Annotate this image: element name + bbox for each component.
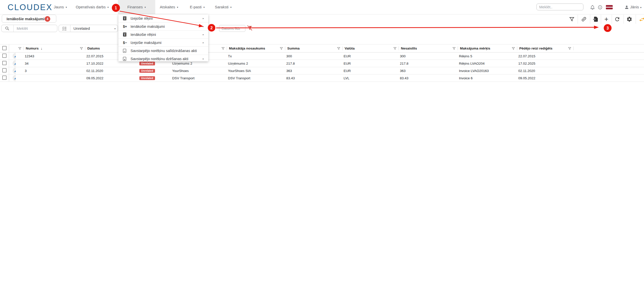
- clear-filter-icon[interactable]: [246, 25, 253, 31]
- column-header-merkis[interactable]: Maksājuma mērķis: [450, 44, 509, 53]
- global-search-input[interactable]: [536, 4, 583, 10]
- status-badge: Unrelated: [139, 69, 155, 73]
- settings-gear-icon[interactable]: [626, 16, 632, 22]
- chevron-down-icon: ▾: [230, 0, 231, 14]
- link-icon[interactable]: [581, 16, 587, 22]
- nav-item-finanses[interactable]: Finanses▾: [118, 0, 155, 14]
- dollar-plus-icon: $+: [123, 24, 131, 29]
- latvian-flag-icon[interactable]: [606, 5, 613, 9]
- tab-label: Ienākošie maksājumi: [7, 17, 44, 21]
- document-x-icon: [123, 57, 131, 61]
- person-icon: [624, 5, 629, 10]
- submenu-arrow-icon: ▸: [203, 41, 208, 44]
- top-navbar: CLOUDEX Jauns▾ Operatīvais darbs▾ Finans…: [0, 0, 644, 14]
- row-checkbox[interactable]: [2, 61, 7, 65]
- svg-text:$: $: [124, 17, 125, 20]
- table-row[interactable]: 3 02.11.2020 Unrelated YourShoes YourSho…: [0, 67, 644, 75]
- column-filter-icon[interactable]: [337, 47, 340, 50]
- edit-pencil-icon[interactable]: [13, 60, 16, 67]
- tab-count-badge: 4: [45, 16, 50, 22]
- annotation-step-number: 2: [211, 26, 213, 30]
- column-header-nesaistits[interactable]: Nesaistīts: [391, 44, 450, 53]
- column-header-valuta[interactable]: Valūta: [334, 44, 391, 53]
- search-icon: [5, 26, 10, 31]
- row-checkbox[interactable]: [2, 54, 7, 58]
- date-to-input[interactable]: [219, 25, 245, 32]
- column-header-numurs[interactable]: Numurs↓: [16, 44, 77, 53]
- status-badge: Unrelated: [139, 76, 155, 80]
- edit-pencil-icon[interactable]: [13, 53, 16, 59]
- add-icon[interactable]: +: [603, 16, 609, 22]
- divider: [13, 25, 14, 32]
- export-document-icon[interactable]: [593, 16, 599, 22]
- column-filter-icon[interactable]: [512, 47, 515, 50]
- date-to-filter[interactable]: [219, 25, 245, 32]
- table-row[interactable]: 12343 22.07.2015 Tx 300 EUR 300 Rēķins 5…: [0, 53, 644, 60]
- chevron-down-icon: ▾: [107, 0, 109, 14]
- annotation-step-circle: [208, 24, 215, 32]
- annotation-step-number: 3: [607, 26, 609, 30]
- app-window: CLOUDEX Jauns▾ Operatīvais darbs▾ Finans…: [0, 0, 644, 296]
- edit-column-header: [9, 44, 16, 53]
- chevron-down-icon: ▾: [66, 0, 67, 14]
- menu-item-izejosie-maksajumi[interactable]: $− Izejošie maksājumi ▸: [118, 38, 208, 46]
- bell-icon[interactable]: [590, 5, 595, 10]
- submenu-arrow-icon: ▸: [203, 17, 208, 20]
- tab-ienakosie-maksajumi[interactable]: Ienākošie maksājumi 4: [2, 15, 56, 23]
- nav-item-atskaites[interactable]: Atskaites▾: [160, 0, 178, 14]
- chevron-down-icon: ▾: [114, 27, 116, 30]
- menu-item-ienakosie-maksajumi[interactable]: $+ Ienākošie maksājumi ▸: [118, 22, 208, 30]
- info-icon[interactable]: [598, 5, 603, 10]
- table-header-row: Numurs↓ Datums Maksātāja nosaukums Summa…: [0, 44, 644, 53]
- table-row[interactable]: 34 17.10.2022 Unrelated Uzņemums 2 Uzņēm…: [0, 60, 644, 67]
- divider: [578, 15, 578, 24]
- divider: [70, 25, 70, 32]
- column-filter-icon[interactable]: [280, 47, 283, 50]
- row-checkbox[interactable]: [2, 76, 7, 80]
- transfer-icon[interactable]: [639, 16, 644, 22]
- column-header-summa[interactable]: Summa: [277, 44, 334, 53]
- edit-pencil-icon[interactable]: [13, 67, 16, 74]
- invoice-icon: $: [123, 16, 131, 20]
- relation-filter-select[interactable]: Unrelated ▾: [59, 25, 118, 32]
- column-header-redigets[interactable]: Pēdējo reizi rediģēts: [509, 44, 565, 53]
- table-row[interactable]: 09.05.2022 Unrelated DSV Transport DSV T…: [0, 75, 644, 82]
- nav-item-saraksti[interactable]: Saraksti▾: [215, 0, 231, 14]
- nav-item-jauns[interactable]: Jauns▾: [54, 0, 67, 14]
- column-filter-icon[interactable]: [568, 47, 571, 50]
- edit-pencil-icon[interactable]: [13, 75, 16, 81]
- divider: [590, 15, 590, 24]
- column-filter-icon[interactable]: [18, 47, 21, 50]
- menu-item-izejosie-rekini[interactable]: $ Izejošie rēķini ▸: [118, 14, 208, 22]
- column-filter-icon[interactable]: [80, 47, 83, 50]
- menu-item-salidzinasanas-akti[interactable]: Savstarpējo norēķinu salīdzināšanas akti: [118, 46, 208, 55]
- row-checkbox[interactable]: [2, 68, 7, 72]
- table-search-group: [1, 25, 57, 32]
- table-search-input[interactable]: [16, 26, 57, 31]
- chevron-down-icon: ▾: [177, 0, 178, 14]
- nav-item-epasti[interactable]: E-pasti▾: [190, 0, 205, 14]
- column-filter-icon[interactable]: [221, 47, 225, 50]
- filter-icon[interactable]: [569, 16, 575, 22]
- annotation-step-circle: [604, 24, 612, 32]
- menu-item-dzesanas-akti[interactable]: Savstarpējo norēķinu dzēšanas akti ▸: [118, 55, 208, 63]
- divider: [624, 15, 624, 24]
- dollar-minus-icon: $−: [123, 41, 131, 45]
- user-name: Jānis: [630, 5, 639, 9]
- divider: [601, 15, 601, 24]
- column-header-maksataja[interactable]: Maksātāja nosaukums: [219, 44, 277, 53]
- submenu-arrow-icon: ▸: [203, 25, 208, 28]
- refresh-icon[interactable]: [614, 16, 620, 22]
- chevron-down-icon: ▾: [144, 0, 146, 14]
- menu-item-ienakosie-rekini[interactable]: $ Ienākošie rēķini ▸: [118, 30, 208, 38]
- cloudex-logo[interactable]: CLOUDEX: [8, 2, 53, 12]
- column-filter-icon[interactable]: [393, 47, 397, 50]
- select-all-checkbox[interactable]: [2, 46, 7, 50]
- column-filter-icon[interactable]: [452, 47, 456, 50]
- annotation-arrow-2: [216, 27, 595, 28]
- column-header-empty[interactable]: [565, 44, 644, 53]
- nav-item-operativais-darbs[interactable]: Operatīvais darbs▾: [76, 0, 109, 14]
- divider: [612, 15, 612, 24]
- divider: [636, 15, 636, 24]
- user-menu[interactable]: Jānis▾: [624, 0, 641, 14]
